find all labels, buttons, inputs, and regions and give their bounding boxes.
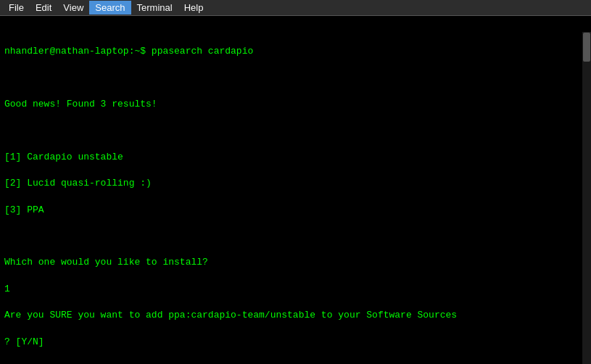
menu-edit[interactable]: Edit xyxy=(30,1,57,15)
terminal-line: [1] Cardapio unstable xyxy=(4,151,581,164)
menu-help[interactable]: Help xyxy=(178,1,210,15)
terminal-line xyxy=(4,72,581,85)
terminal-line: ? [Y/N] xyxy=(4,336,581,349)
menu-view[interactable]: View xyxy=(57,1,89,15)
terminal-line: 1 xyxy=(4,283,581,296)
terminal-line: [2] Lucid quasi-rolling :) xyxy=(4,177,581,190)
terminal-line xyxy=(4,230,581,243)
menu-terminal[interactable]: Terminal xyxy=(131,1,178,15)
terminal-content: nhandler@nathan-laptop:~$ ppasearch card… xyxy=(0,16,591,364)
scrollbar-thumb[interactable] xyxy=(583,33,590,62)
menu-search[interactable]: Search xyxy=(89,1,131,15)
terminal-line: Which one would you like to install? xyxy=(4,256,581,269)
scrollbar[interactable] xyxy=(582,32,591,364)
menu-file[interactable]: File xyxy=(3,1,30,15)
terminal-line: Good news! Found 3 results! xyxy=(4,98,581,111)
terminal-line: [3] PPA xyxy=(4,204,581,217)
terminal-line xyxy=(4,125,581,138)
menubar: File Edit View Search Terminal Help xyxy=(0,0,591,16)
terminal-line: nhandler@nathan-laptop:~$ ppasearch card… xyxy=(4,45,581,58)
terminal-line: Are you SURE you want to add ppa:cardapi… xyxy=(4,309,581,322)
